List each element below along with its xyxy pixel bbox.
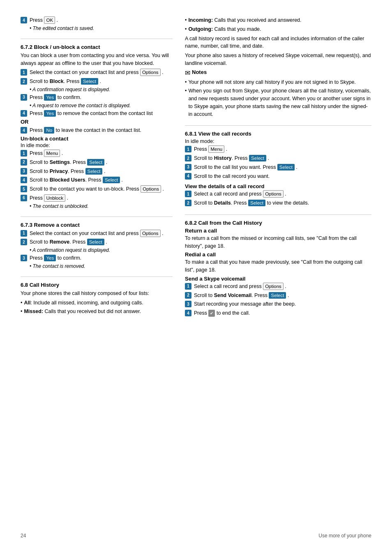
block-step-1: 1 Select the contact on your contact lis…: [21, 69, 173, 76]
menu-key: Menu: [208, 145, 224, 153]
view-step-3: 3 Scroll to the call list you want. Pres…: [185, 164, 371, 171]
block-step-2: 2 Scroll to Block. Press Select .: [21, 78, 173, 85]
voicemail-steps: 1 Select a call record and press Options…: [185, 283, 371, 317]
ok-key: OK: [44, 16, 55, 24]
section-672: 6.7.2 Block / un-block a contact You can…: [21, 44, 173, 209]
footer-right: Use more of your phone: [318, 533, 371, 539]
step-text: Select a call record and press Options .: [194, 190, 371, 198]
section-673-title: 6.7.3 Remove a contact: [21, 222, 173, 228]
unblock-step-3: 3 Scroll to Privacy. Press Select .: [21, 168, 173, 175]
unblock-title: Un-block a contact: [21, 136, 173, 142]
bullet-missed: • Missed: Calls that you received but di…: [21, 308, 173, 315]
select-key: Select: [87, 239, 104, 245]
select-key: Select: [248, 200, 265, 206]
view-step-4: 4 Scroll to the call record you want.: [185, 173, 371, 180]
select-key: Select: [269, 292, 286, 299]
right-bullets: • Incoming: Calls that you received and …: [185, 16, 371, 33]
step-num: 2: [185, 200, 191, 206]
remove-step-3: 3 Press Yes to confirm.: [21, 254, 173, 262]
end-call-icon: ✔︎: [208, 310, 215, 317]
right-top-section: • Incoming: Calls that you received and …: [185, 16, 371, 118]
notes-title: Notes: [192, 69, 207, 75]
redial-title: Redial a call: [185, 251, 371, 258]
bullet-incoming: • Incoming: Calls that you received and …: [185, 16, 371, 24]
step-text: Scroll to Blocked Users. Press Select .: [30, 176, 173, 184]
step-num: 4: [185, 310, 191, 316]
voicemail-step-4: 4 Press ✔︎ to end the call.: [185, 309, 371, 317]
options-key: Options: [263, 190, 284, 198]
unblock-subtitle: In idle mode:: [21, 143, 173, 148]
select-key: Select: [81, 78, 98, 85]
step-text: Press Menu .: [194, 145, 371, 153]
section-681-title: 6.8.1 View the call records: [185, 131, 371, 137]
unblock-step-1: 1 Press Menu .: [21, 150, 173, 157]
block-step-4: 4 Press Yes to remove the contact from t…: [21, 110, 173, 117]
step-num: 2: [185, 292, 191, 299]
step-text: Scroll to Privacy. Press Select .: [30, 168, 173, 175]
step-text: Select a call record and press Options .: [194, 283, 371, 290]
block-steps: 1 Select the contact on your contact lis…: [21, 69, 173, 117]
step-text: Press ✔︎ to end the call.: [194, 309, 371, 317]
divider-right-2: [185, 214, 371, 215]
section-673: 6.7.3 Remove a contact 1 Select the cont…: [21, 222, 173, 269]
options-key: Options: [140, 230, 161, 237]
block-step-3: 3 Press Yes to confirm.: [21, 94, 173, 101]
select-key: Select: [87, 159, 104, 166]
left-column: 4 Press OK . • The edited contact is sav…: [21, 16, 173, 539]
return-call-title: Return a call: [185, 228, 371, 234]
section-68: 6.8 Call History Your phone stores the c…: [21, 282, 173, 315]
divider-right-1: [185, 125, 371, 126]
divider-1: [21, 39, 173, 39]
step-text: Scroll to Details. Press Select to view …: [194, 199, 371, 207]
divider-2: [21, 216, 173, 217]
intro-step-text: Press OK .: [30, 16, 173, 24]
step-num: 1: [21, 150, 27, 157]
section-68-title: 6.8 Call History: [21, 282, 173, 288]
or-steps: 4 Press No to leave the contact in the c…: [21, 127, 173, 134]
step-text: Scroll to the call list you want. Press …: [194, 164, 371, 171]
remove-step-3-note: • The contact is removed.: [30, 263, 173, 269]
remove-step-2: 2 Scroll to Remove. Press Select .: [21, 238, 173, 246]
section-672-title: 6.7.2 Block / un-block a contact: [21, 44, 173, 50]
step-num: 1: [185, 146, 191, 152]
or-label: OR: [21, 119, 173, 125]
step-text: Scroll to Settings. Press Select .: [30, 159, 173, 166]
return-call-para: To return a call from the missed or inco…: [185, 235, 371, 250]
remove-steps: 1 Select the contact on your contact lis…: [21, 230, 173, 269]
section-672-intro: You can block a user from contacting you…: [21, 52, 173, 67]
step-num: 1: [185, 283, 191, 290]
right-para2: Your phone also saves a history of recei…: [185, 52, 371, 67]
yes-key: Yes: [44, 255, 56, 261]
intro-section: 4 Press OK . • The edited contact is sav…: [21, 16, 173, 31]
step-num: 4: [21, 110, 27, 117]
remove-step-1: 1 Select the contact on your contact lis…: [21, 230, 173, 237]
right-para1: A call history record is saved for each …: [185, 35, 371, 51]
yes-key: Yes: [44, 110, 56, 117]
view-detail-steps: 1 Select a call record and press Options…: [185, 190, 371, 207]
step-num: 1: [21, 230, 27, 237]
unblock-step-5: 5 Scroll to the contact you want to un-b…: [21, 185, 173, 193]
step-num: 3: [21, 94, 27, 101]
step-text: Scroll to Send Voicemail. Press Select .: [194, 292, 371, 299]
block-step-3-note: • A request to remove the contact is dis…: [30, 103, 173, 108]
step-num: 3: [21, 168, 27, 175]
remove-step-2-note: • A confirmation request is displayed.: [30, 247, 173, 253]
step-text: Select the contact on your contact list …: [30, 230, 173, 237]
unblock-note: • The contact is unblocked.: [30, 203, 173, 209]
step-text: Scroll to the call record you want.: [194, 173, 371, 180]
view-detail-step-2: 2 Scroll to Details. Press Select to vie…: [185, 199, 371, 207]
section-682: 6.8.2 Call from the Call History Return …: [185, 220, 371, 317]
step-text: Select the contact on your contact list …: [30, 69, 173, 76]
step-num: 1: [21, 69, 27, 76]
select-key: Select: [103, 177, 120, 183]
step-text: Press Yes to confirm.: [30, 94, 173, 101]
voicemail-step-1: 1 Select a call record and press Options…: [185, 283, 371, 290]
step-text: Press No to leave the contact in the con…: [30, 127, 173, 134]
step-num: 2: [21, 159, 27, 166]
unblock-steps: 1 Press Menu . 2 Scroll to Settings. Pre…: [21, 150, 173, 209]
note-1: • Your phone will not store any call his…: [185, 78, 371, 86]
unblock-step-4: 4 Scroll to Blocked Users. Press Select …: [21, 176, 173, 184]
step-text: Scroll to Remove. Press Select .: [30, 238, 173, 246]
view-detail-step-1: 1 Select a call record and press Options…: [185, 190, 371, 198]
options-key: Options: [263, 283, 284, 290]
